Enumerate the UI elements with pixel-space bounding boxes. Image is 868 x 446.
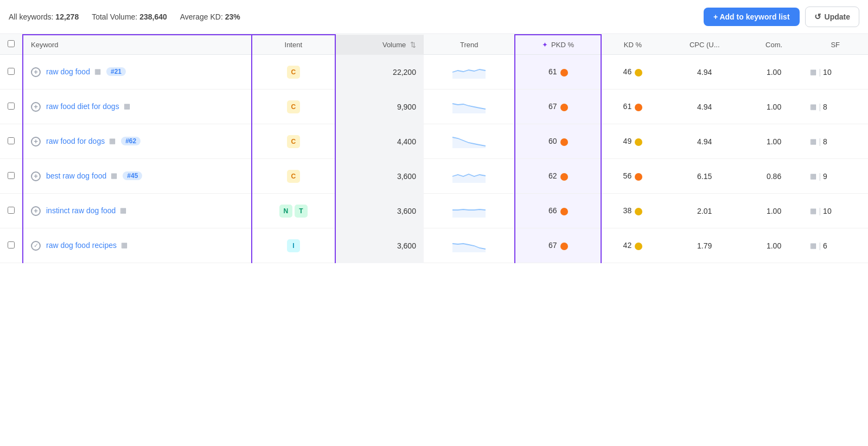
keyword-column-header[interactable]: Keyword: [23, 35, 252, 55]
sf-container: ▦|6: [810, 241, 860, 250]
volume-cell: 3,600: [335, 228, 424, 263]
volume-cell: 3,600: [335, 194, 424, 228]
sf-search-icon[interactable]: ▦: [810, 68, 816, 76]
sf-divider: |: [819, 68, 821, 77]
volume-sort-icon: ⇅: [410, 41, 416, 49]
keyword-cell: +raw food diet for dogs▦: [23, 90, 252, 124]
kd-cell: 46: [601, 55, 664, 90]
com-cell: 1.00: [745, 55, 803, 90]
row-checkbox-cell: [0, 124, 23, 159]
intent-cell: I: [252, 228, 335, 263]
check-all-checkbox[interactable]: [8, 40, 15, 47]
serp-icon[interactable]: ▦: [111, 171, 117, 180]
volume-cell: 4,400: [335, 124, 424, 159]
cpc-cell: 2.01: [664, 194, 745, 228]
kd-value: 61: [623, 102, 632, 111]
keyword-link[interactable]: best raw dog food: [46, 171, 106, 180]
sf-container: ▦|9: [810, 172, 860, 181]
row-checkbox-cell: [0, 55, 23, 90]
pkd-value: 66: [548, 206, 557, 215]
intent-badge-i: I: [287, 239, 300, 252]
pkd-dot: [560, 208, 568, 215]
kd-cell: 56: [601, 159, 664, 194]
add-keyword-icon[interactable]: +: [31, 171, 41, 181]
keyword-link[interactable]: instinct raw dog food: [46, 206, 116, 215]
sf-search-icon[interactable]: ▦: [810, 207, 816, 215]
sf-divider: |: [819, 137, 821, 146]
keyword-link[interactable]: raw food diet for dogs: [46, 102, 119, 111]
cpc-cell: 6.15: [664, 159, 745, 194]
sf-divider: |: [819, 103, 821, 111]
row-checkbox[interactable]: [8, 172, 15, 179]
keyword-link[interactable]: raw dog food: [46, 67, 90, 76]
com-cell: 1.00: [745, 124, 803, 159]
intent-column-header[interactable]: Intent: [252, 35, 335, 55]
keyword-link[interactable]: raw food for dogs: [46, 137, 105, 145]
pkd-star-icon: ✦: [542, 41, 548, 49]
serp-icon[interactable]: ▦: [121, 241, 127, 249]
trend-cell: [424, 228, 515, 263]
sf-column-header[interactable]: SF: [802, 35, 868, 55]
update-button[interactable]: ↺ Update: [805, 7, 859, 27]
serp-icon[interactable]: ▦: [109, 137, 116, 145]
intent-badge-c: C: [287, 135, 300, 148]
volume-column-header[interactable]: Volume ⇅: [335, 35, 424, 55]
kd-cell: 61: [601, 90, 664, 124]
trend-cell: [424, 124, 515, 159]
sf-value: 9: [823, 172, 827, 181]
keyword-cell: +best raw dog food▦#45: [23, 159, 252, 194]
intent-cell: C: [252, 90, 335, 124]
keywords-table: Keyword Intent Volume ⇅ Trend ✦ PKD % KD…: [0, 34, 868, 263]
cpc-column-header[interactable]: CPC (U...: [664, 35, 745, 55]
sf-value: 6: [823, 241, 827, 250]
sf-search-icon[interactable]: ▦: [810, 172, 816, 180]
sf-value: 10: [823, 207, 832, 215]
sf-cell: ▦|6: [802, 228, 868, 263]
pkd-column-header[interactable]: ✦ PKD %: [515, 35, 601, 55]
trend-cell: [424, 55, 515, 90]
row-checkbox[interactable]: [8, 68, 15, 75]
keyword-link[interactable]: raw dog food recipes: [46, 241, 117, 250]
pkd-value: 62: [548, 171, 557, 180]
sf-search-icon[interactable]: ▦: [810, 137, 816, 145]
pkd-dot: [560, 69, 568, 77]
kd-dot: [635, 208, 642, 215]
serp-icon[interactable]: ▦: [120, 206, 126, 214]
sf-search-icon[interactable]: ▦: [810, 103, 816, 111]
pkd-dot: [560, 243, 568, 250]
sf-cell: ▦|9: [802, 159, 868, 194]
cpc-cell: 4.94: [664, 90, 745, 124]
rank-badge: #21: [106, 67, 126, 76]
add-keyword-icon[interactable]: +: [31, 102, 41, 112]
table-row: +raw food diet for dogs▦C9,90067614.941.…: [0, 90, 868, 124]
sf-search-icon[interactable]: ▦: [810, 241, 816, 250]
top-bar: All keywords: 12,278 Total Volume: 238,6…: [0, 0, 868, 34]
table-row: +raw dog food▦#21C22,20061464.941.00▦|10: [0, 55, 868, 90]
row-checkbox[interactable]: [8, 103, 15, 110]
row-checkbox[interactable]: [8, 241, 15, 249]
intent-cell: NT: [252, 194, 335, 228]
sf-container: ▦|8: [810, 103, 860, 111]
pkd-cell: 62: [515, 159, 601, 194]
kd-cell: 49: [601, 124, 664, 159]
serp-icon[interactable]: ▦: [94, 67, 101, 75]
serp-icon[interactable]: ▦: [124, 102, 130, 110]
sf-divider: |: [819, 172, 821, 181]
add-keyword-icon[interactable]: +: [31, 206, 41, 216]
add-keyword-icon[interactable]: +: [31, 67, 41, 77]
check-circle-icon[interactable]: ✓: [31, 241, 41, 251]
row-checkbox[interactable]: [8, 137, 15, 144]
pkd-value: 67: [548, 102, 557, 111]
row-checkbox[interactable]: [8, 207, 15, 214]
kd-cell: 38: [601, 194, 664, 228]
sf-value: 10: [823, 68, 832, 77]
avg-kd-stat: Average KD: 23%: [180, 12, 240, 21]
volume-cell: 9,900: [335, 90, 424, 124]
sf-divider: |: [819, 207, 821, 215]
add-keyword-icon[interactable]: +: [31, 137, 41, 146]
kd-column-header[interactable]: KD %: [601, 35, 664, 55]
add-to-keyword-list-button[interactable]: + Add to keyword list: [704, 8, 800, 26]
intent-badge-n: N: [279, 205, 292, 218]
sf-value: 8: [823, 137, 827, 146]
com-column-header[interactable]: Com.: [745, 35, 803, 55]
